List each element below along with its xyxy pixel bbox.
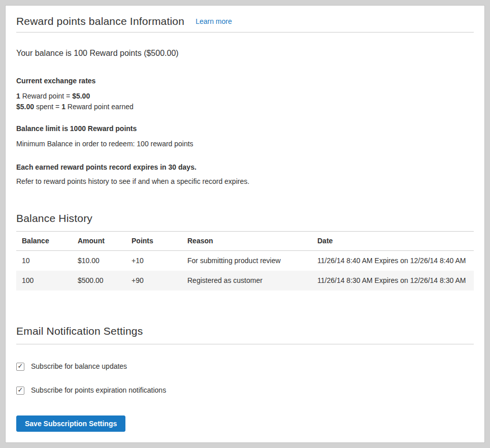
cell-balance: 100 [16,271,72,291]
column-header-balance: Balance [16,232,72,251]
checkbox-label[interactable]: Subscribe for points expiration notifica… [31,386,166,395]
table-row: 10 $10.00 +10 For submitting product rev… [16,251,474,271]
rate-text: Reward point earned [66,103,134,111]
column-header-amount: Amount [72,232,126,251]
cell-balance: 10 [16,251,72,271]
cell-points: +10 [126,251,182,271]
minimum-balance-note: Minimum Balance in order to redeem: 100 … [16,139,474,149]
learn-more-link[interactable]: Learn more [195,17,232,25]
balance-history-table: Balance Amount Points Reason Date 10 $10… [16,232,474,291]
save-subscription-settings-button[interactable]: Save Subscription Settings [16,415,125,432]
table-header-row: Balance Amount Points Reason Date [16,232,474,251]
cell-date: 11/26/14 8:40 AM Expires on 12/26/14 8:4… [312,251,474,271]
page-title: Reward points balance Information [16,14,184,28]
exchange-rate-line-1: 1 Reward point = $5.00 [16,91,474,102]
expiry-note: Refer to reward points history to see if… [16,176,474,186]
balance-summary: Your balance is 100 Reward points ($500.… [16,48,474,59]
checkbox-label[interactable]: Subscribe for balance updates [31,362,127,371]
expiry-heading: Each earned reward points record expires… [16,162,474,172]
rate-text: Reward point = [20,92,72,100]
balance-history-section: Balance History Balance Amount Points Re… [16,211,474,291]
column-header-reason: Reason [182,232,312,251]
balance-updates-option: ✓ Subscribe for balance updates [16,362,474,371]
check-icon: ✓ [18,362,23,370]
points-expiration-option: ✓ Subscribe for points expiration notifi… [16,386,474,395]
exchange-rates-lines: 1 Reward point = $5.00 $5.00 spent = 1 R… [16,91,474,112]
balance-limit-heading: Balance limit is 1000 Reward points [16,123,474,134]
cell-amount: $500.00 [72,271,126,291]
balance-history-heading: Balance History [16,211,474,232]
rate-money-value: $5.00 [72,92,90,100]
points-expiration-checkbox[interactable]: ✓ [16,387,24,395]
cell-date: 11/26/14 8:30 AM Expires on 12/26/14 8:3… [312,271,474,291]
exchange-rates-heading: Current exchange rates [16,76,474,86]
rate-points-value: 1 [61,103,66,111]
column-header-date: Date [312,232,474,251]
check-icon: ✓ [18,386,23,394]
rate-money-value: $5.00 [16,103,34,111]
cell-amount: $10.00 [72,251,126,271]
cell-reason: Registered as customer [182,271,312,291]
balance-updates-checkbox[interactable]: ✓ [16,363,24,371]
column-header-points: Points [126,232,182,251]
exchange-rate-line-2: $5.00 spent = 1 Reward point earned [16,102,474,112]
rate-points-value: 1 [16,92,20,100]
email-notification-section: Email Notification Settings ✓ Subscribe … [16,324,474,432]
cell-reason: For submitting product review [182,251,312,271]
cell-points: +90 [126,271,182,291]
email-settings-heading: Email Notification Settings [16,324,474,344]
page-header: Reward points balance Information Learn … [16,6,474,33]
rate-text: spent = [34,103,61,111]
table-row: 100 $500.00 +90 Registered as customer 1… [16,271,474,291]
reward-points-card: Reward points balance Information Learn … [5,5,485,443]
